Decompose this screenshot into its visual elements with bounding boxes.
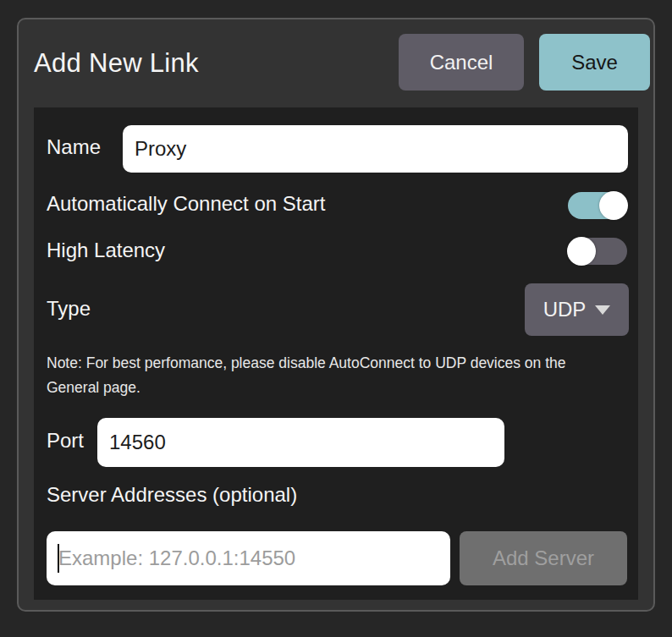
name-field[interactable] (123, 125, 628, 173)
auto-connect-label: Automatically Connect on Start (47, 192, 326, 216)
type-dropdown[interactable]: UDP (525, 283, 629, 336)
auto-connect-toggle[interactable] (568, 192, 627, 219)
server-addresses-label: Server Addresses (optional) (47, 483, 297, 507)
chevron-down-icon (595, 305, 610, 315)
toggle-knob (567, 237, 596, 266)
text-cursor (58, 544, 59, 573)
page-title: Add New Link (34, 48, 199, 79)
type-dropdown-value: UDP (543, 298, 587, 321)
add-server-button[interactable]: Add Server (460, 531, 627, 585)
add-new-link-dialog: Add New Link Cancel Save Name Automatica… (17, 18, 655, 612)
server-address-input[interactable] (47, 531, 450, 585)
save-button[interactable]: Save (539, 34, 650, 91)
high-latency-toggle[interactable] (568, 238, 627, 265)
link-settings-panel: Name Automatically Connect on Start High… (34, 107, 638, 600)
high-latency-label: High Latency (47, 239, 165, 262)
port-label: Port (47, 429, 84, 453)
note-text: Note: For best perfomance, please disabl… (47, 351, 622, 400)
type-label: Type (47, 297, 91, 321)
cancel-button[interactable]: Cancel (399, 34, 524, 91)
dialog-header: Add New Link Cancel Save (19, 19, 653, 107)
name-label: Name (47, 135, 101, 159)
port-field[interactable] (97, 418, 504, 467)
toggle-knob (599, 191, 628, 220)
header-buttons: Cancel Save (399, 34, 650, 91)
